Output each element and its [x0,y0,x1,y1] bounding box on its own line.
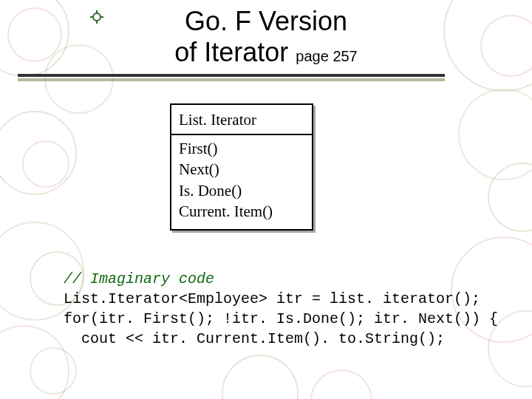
title-page-label: page 257 [296,48,357,64]
code-snippet: // Imaginary code List.Iterator<Employee… [64,269,498,349]
uml-class-name: List. Iterator [171,105,312,135]
uml-op: Current. Item() [179,201,304,222]
title-line1: Go. F Version [0,6,532,37]
code-comment: // Imaginary code [64,270,214,287]
uml-op: Is. Done() [179,180,304,201]
code-line: List.Iterator<Employee> itr = list. iter… [64,290,480,307]
code-line: for(itr. First(); !itr. Is.Done(); itr. … [64,310,498,327]
title-line2: of Iterator page 257 [0,37,532,68]
uml-op: Next() [179,159,304,180]
title-underline [18,74,445,77]
slide-title: Go. F Version of Iterator page 257 [0,6,532,68]
uml-class-box: List. Iterator First() Next() Is. Done()… [170,103,313,231]
uml-operations: First() Next() Is. Done() Current. Item(… [171,135,312,229]
title-line2-prefix: of Iterator [174,37,296,67]
code-line: cout << itr. Current.Item(). to.String()… [64,330,445,347]
uml-op: First() [179,138,304,159]
